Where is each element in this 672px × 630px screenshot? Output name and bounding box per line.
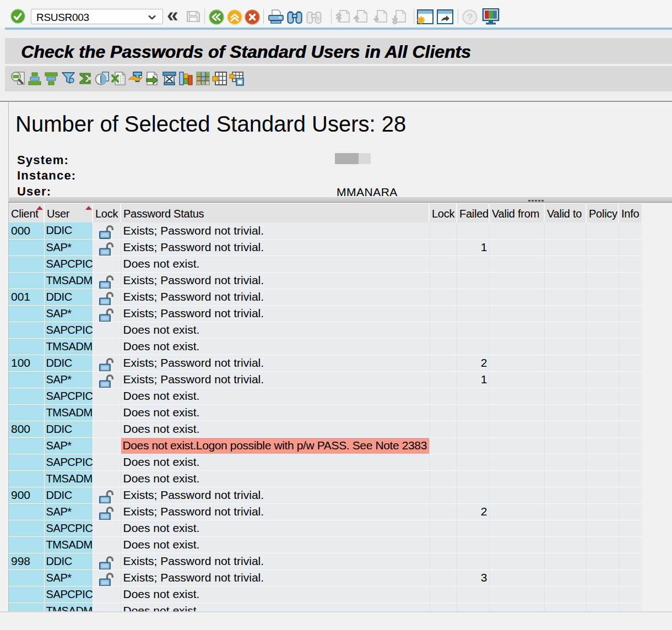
svg-text:?: ? [467,12,473,23]
